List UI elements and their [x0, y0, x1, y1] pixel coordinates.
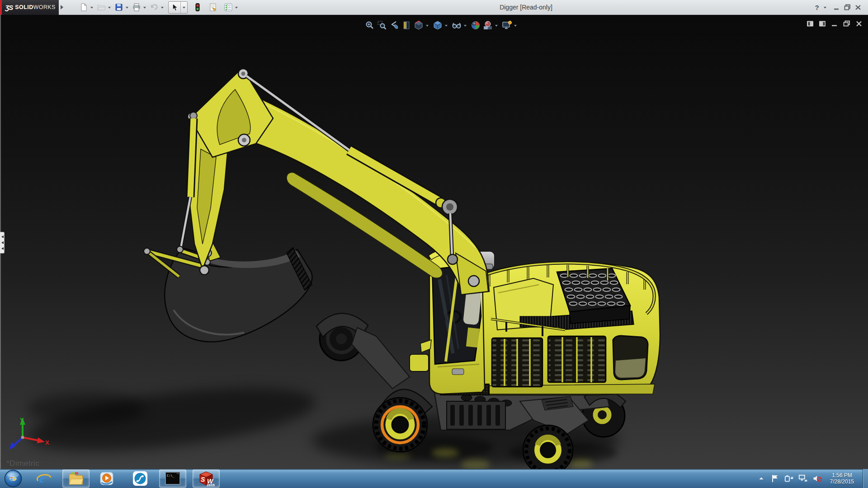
taskbar-clock[interactable]: 1:56 PM 7/28/2015	[826, 472, 858, 485]
show-left-pane-button[interactable]	[806, 19, 815, 28]
taskbar-windows-explorer[interactable]	[62, 469, 90, 488]
restore-icon	[844, 4, 851, 10]
section-view-button[interactable]	[400, 19, 412, 31]
network-button[interactable]	[798, 473, 808, 484]
taskbar-share-app[interactable]	[128, 469, 152, 488]
zoom-to-fit-icon	[364, 20, 375, 31]
graphics-viewport[interactable]: Y X	[0, 15, 868, 469]
undo-dropdown[interactable]	[161, 7, 164, 10]
volume-muted-icon	[812, 474, 822, 483]
triad-y-label: Y	[20, 417, 24, 423]
view-settings-button[interactable]	[500, 19, 513, 31]
open-button[interactable]	[96, 1, 107, 13]
previous-view-button[interactable]	[388, 19, 400, 31]
clock-time: 1:56 PM	[830, 472, 854, 479]
select-arrow-icon	[170, 3, 179, 12]
select-tool-dropdown[interactable]	[180, 2, 187, 13]
start-button[interactable]	[4, 469, 23, 488]
document-title: Digger [Read-only]	[241, 4, 811, 11]
panel-collapse-tab[interactable]	[0, 232, 5, 253]
help-dropdown[interactable]	[824, 7, 826, 10]
internet-explorer-icon: e	[37, 471, 52, 486]
print-button[interactable]	[131, 1, 142, 13]
print-icon	[132, 3, 141, 12]
menu-expand-arrow[interactable]	[61, 5, 66, 9]
rebuild-button[interactable]	[192, 1, 203, 13]
print-dropdown[interactable]	[143, 7, 146, 10]
save-button[interactable]	[113, 1, 124, 13]
minimize-button[interactable]	[831, 2, 842, 13]
action-center-button[interactable]	[770, 473, 780, 484]
appearance-sphere-icon	[470, 20, 481, 31]
main-toolbar	[78, 1, 241, 14]
open-dropdown[interactable]	[108, 7, 111, 10]
section-view-icon	[401, 20, 412, 31]
view-orientation-label: *Dimetric	[6, 459, 39, 468]
undo-icon	[150, 3, 159, 12]
view-settings-icon	[501, 20, 512, 31]
taskbar-command-prompt[interactable]: C:\_	[159, 469, 186, 488]
show-desktop-button[interactable]	[863, 469, 868, 488]
options-dropdown[interactable]	[235, 7, 238, 10]
solidworks-2015-icon: S W 2015	[198, 470, 215, 487]
zoom-to-area-button[interactable]	[376, 19, 388, 31]
select-tool-button[interactable]	[169, 2, 180, 13]
doc-close-button[interactable]	[854, 19, 863, 28]
undo-button[interactable]	[149, 1, 160, 13]
network-icon	[798, 474, 808, 483]
rear-wheel[interactable]	[523, 425, 573, 469]
rebuild-traffic-light-icon	[193, 3, 202, 12]
new-document-button[interactable]	[78, 1, 89, 13]
view-orientation-dropdown[interactable]	[426, 25, 429, 28]
options-button[interactable]	[223, 1, 234, 13]
doc-minimize-button[interactable]	[830, 19, 839, 28]
console-prompt-text: C:\_	[167, 474, 175, 478]
edit-appearance-button[interactable]	[469, 19, 481, 31]
close-button[interactable]	[853, 2, 863, 13]
power-button[interactable]	[784, 473, 794, 484]
taskbar-internet-explorer[interactable]: e	[33, 469, 56, 488]
select-tool-group	[168, 1, 188, 14]
left-pane-icon	[807, 20, 814, 27]
hide-show-items-dropdown[interactable]	[464, 25, 467, 28]
solidworks-window: ƷS SOLIDWORKS	[0, 0, 868, 488]
windows-start-icon	[4, 469, 22, 488]
up-arrow-icon	[758, 476, 764, 481]
doc-minimize-icon	[831, 21, 838, 27]
new-dropdown[interactable]	[90, 7, 93, 10]
open-folder-icon	[97, 3, 106, 12]
apply-scene-icon	[482, 20, 493, 31]
apply-scene-button[interactable]	[481, 19, 494, 31]
view-orientation-button[interactable]	[412, 19, 425, 31]
apply-scene-dropdown[interactable]	[495, 25, 498, 28]
file-properties-button[interactable]	[208, 1, 218, 13]
excavator-model[interactable]: Y X	[0, 15, 868, 469]
show-hidden-icons-button[interactable]	[756, 473, 766, 484]
door-handle	[452, 369, 464, 375]
file-properties-icon	[208, 3, 217, 12]
bucket[interactable]	[165, 242, 312, 342]
doc-restore-button[interactable]	[842, 19, 851, 28]
volume-button[interactable]	[812, 473, 822, 484]
display-style-dropdown[interactable]	[445, 25, 448, 28]
minimize-icon	[834, 5, 840, 10]
svg-text:e: e	[39, 472, 45, 485]
save-icon	[114, 3, 123, 12]
zoom-to-fit-button[interactable]	[363, 19, 376, 31]
view-settings-dropdown[interactable]	[514, 25, 517, 28]
taskbar-media-player[interactable]	[95, 469, 118, 488]
help-button[interactable]: ?	[811, 2, 822, 13]
clock-date: 7/28/2015	[830, 479, 854, 485]
hide-show-items-button[interactable]	[450, 19, 462, 31]
sw-year: 2015	[207, 483, 215, 487]
battery-plug-icon	[784, 474, 794, 483]
show-right-pane-button[interactable]	[818, 19, 827, 28]
app-window-controls: ?	[811, 2, 863, 13]
options-checklist-icon	[224, 3, 233, 12]
restore-button[interactable]	[842, 2, 853, 13]
view-orientation-icon	[413, 20, 424, 31]
headsup-view-toolbar	[363, 19, 519, 31]
save-dropdown[interactable]	[126, 7, 128, 10]
taskbar-solidworks[interactable]: S W 2015	[193, 469, 220, 488]
display-style-button[interactable]	[431, 19, 443, 31]
